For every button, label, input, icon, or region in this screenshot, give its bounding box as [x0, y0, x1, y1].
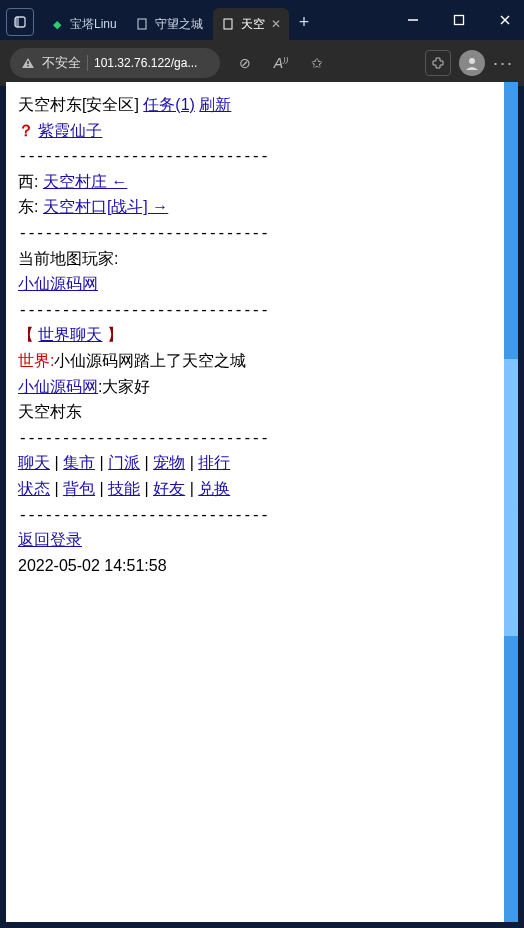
address-action-icons: ⊘ A)) ✩	[234, 55, 328, 71]
svg-rect-10	[27, 65, 28, 66]
menu-bag[interactable]: 背包	[63, 480, 95, 497]
extensions-button[interactable]	[425, 50, 451, 76]
page-viewport: 天空村东[安全区] 任务(1) 刷新 ？ 紫霞仙子 --------------…	[6, 82, 518, 922]
divider: -----------------------------	[18, 220, 492, 246]
menu-pet[interactable]: 宠物	[153, 454, 185, 471]
shield-green-icon: ◆	[50, 17, 64, 31]
menu-row-1: 聊天 | 集市 | 门派 | 宠物 | 排行	[18, 450, 492, 476]
east-link[interactable]: 天空村口[战斗] →	[43, 198, 168, 215]
player-link[interactable]: 小仙源码网	[18, 275, 98, 292]
chat-header-bracket-right: 】	[102, 326, 122, 343]
favorite-icon[interactable]: ✩	[306, 55, 328, 71]
profile-avatar[interactable]	[459, 50, 485, 76]
key-icon[interactable]: ⊘	[234, 55, 256, 71]
divider: -----------------------------	[18, 297, 492, 323]
url-text: 101.32.76.122/ga...	[94, 56, 210, 70]
svg-rect-6	[138, 19, 146, 29]
close-icon[interactable]: ✕	[271, 17, 281, 31]
more-menu-button[interactable]: ···	[493, 53, 514, 74]
side-strip	[504, 82, 518, 922]
menu-skill[interactable]: 技能	[108, 480, 140, 497]
question-icon: ？	[18, 122, 34, 139]
tab-tiankong[interactable]: 天空 ✕	[213, 8, 289, 40]
svg-rect-7	[224, 19, 232, 29]
menu-sect[interactable]: 门派	[108, 454, 140, 471]
chat-user-message: :大家好	[98, 378, 150, 395]
window-minimize-button[interactable]	[404, 11, 422, 29]
world-prefix: 世界:	[18, 352, 54, 369]
menu-status[interactable]: 状态	[18, 480, 50, 497]
world-message: 小仙源码网踏上了天空之城	[54, 352, 246, 369]
menu-chat[interactable]: 聊天	[18, 454, 50, 471]
tab-label: 天空	[241, 16, 265, 33]
west-link[interactable]: 天空村庄 ←	[43, 173, 127, 190]
west-label: 西:	[18, 173, 38, 190]
window-close-button[interactable]	[496, 11, 514, 29]
menu-friend[interactable]: 好友	[153, 480, 185, 497]
timestamp: 2022-05-02 14:51:58	[18, 553, 492, 579]
page-icon	[221, 17, 235, 31]
logout-link[interactable]: 返回登录	[18, 531, 82, 548]
menu-exchange[interactable]: 兑换	[198, 480, 230, 497]
warning-triangle-icon	[20, 55, 36, 71]
tab-label: 守望之城	[155, 16, 203, 33]
refresh-link[interactable]: 刷新	[199, 96, 231, 113]
tab-actions-button[interactable]	[6, 8, 34, 36]
svg-rect-5	[15, 17, 19, 27]
svg-rect-9	[27, 61, 28, 64]
divider: -----------------------------	[18, 425, 492, 451]
chat-echo: 天空村东	[18, 399, 492, 425]
chat-header-bracket-left: 【	[18, 326, 38, 343]
npc-link[interactable]: 紫霞仙子	[38, 122, 102, 139]
address-row: 不安全 101.32.76.122/ga... ⊘ A)) ✩ ···	[0, 40, 524, 86]
east-label: 东:	[18, 198, 38, 215]
svg-rect-1	[455, 16, 464, 25]
menu-market[interactable]: 集市	[63, 454, 95, 471]
separator	[87, 55, 88, 71]
address-bar[interactable]: 不安全 101.32.76.122/ga...	[10, 48, 220, 78]
tab-label: 宝塔Linu	[70, 16, 117, 33]
read-aloud-icon[interactable]: A))	[270, 55, 292, 71]
divider: -----------------------------	[18, 502, 492, 528]
tab-shouwang[interactable]: 守望之城	[127, 8, 211, 40]
menu-rank[interactable]: 排行	[198, 454, 230, 471]
tab-baota[interactable]: ◆ 宝塔Linu	[42, 8, 125, 40]
menu-row-2: 状态 | 背包 | 技能 | 好友 | 兑换	[18, 476, 492, 502]
players-header: 当前地图玩家:	[18, 246, 492, 272]
window-maximize-button[interactable]	[450, 11, 468, 29]
location-name: 天空村东[安全区]	[18, 96, 139, 113]
chat-user-link[interactable]: 小仙源码网	[18, 378, 98, 395]
game-page: 天空村东[安全区] 任务(1) 刷新 ？ 紫霞仙子 --------------…	[6, 82, 504, 922]
security-label: 不安全	[42, 54, 81, 72]
page-icon	[135, 17, 149, 31]
world-chat-link[interactable]: 世界聊天	[38, 326, 102, 343]
new-tab-button[interactable]: +	[291, 12, 318, 33]
task-link[interactable]: 任务(1)	[143, 96, 195, 113]
divider: -----------------------------	[18, 143, 492, 169]
svg-point-11	[469, 58, 475, 64]
